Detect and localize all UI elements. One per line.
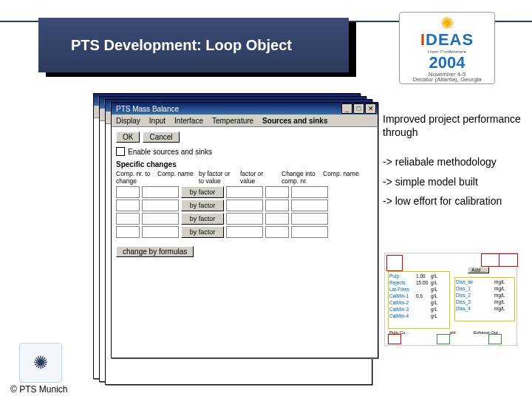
comp-name-2-field[interactable] bbox=[291, 186, 328, 198]
flowsheet-diagram: Add… Pulp1.00g/LRejects15.00g/LLat-Fines… bbox=[384, 253, 517, 346]
column-headers: Comp. nr. to change Comp. name by factor… bbox=[116, 170, 373, 185]
menu-sources-sinks[interactable]: Sources and sinks bbox=[262, 117, 327, 125]
value-field[interactable] bbox=[226, 186, 263, 198]
diagram-outlet-1 bbox=[481, 253, 500, 267]
maximize-icon[interactable]: □ bbox=[353, 103, 364, 114]
factor-dropdown[interactable]: by factor bbox=[181, 226, 224, 238]
close-icon[interactable]: ✕ bbox=[365, 103, 376, 114]
window-menubar: Display Input Interface Temperature Sour… bbox=[112, 115, 378, 127]
field-row: by factor bbox=[116, 226, 373, 238]
ok-button[interactable]: OK bbox=[116, 132, 140, 143]
menu-temperature[interactable]: Temperature bbox=[212, 117, 253, 125]
window-title: PTS Mass Balance bbox=[116, 105, 179, 113]
add-button[interactable]: Add… bbox=[468, 267, 489, 273]
section-heading: Specific changes bbox=[116, 160, 373, 168]
comp-name-field[interactable] bbox=[142, 186, 179, 198]
diagram-inlet-1 bbox=[386, 255, 403, 271]
bullet-3: -> low effort for calibration bbox=[383, 194, 532, 208]
checkbox-label: Enable sources and sinks bbox=[128, 148, 212, 156]
hdr-change-into: Change into comp. nr. bbox=[282, 170, 318, 185]
factor-dropdown[interactable]: by factor bbox=[181, 186, 224, 198]
bullet-2: -> simple model built bbox=[383, 175, 532, 188]
change-into-field[interactable] bbox=[265, 200, 289, 211]
diagram-table-right: Diss_airmg/LDiss_1mg/LDiss_2mg/LDiss_3mg… bbox=[454, 277, 515, 321]
comp-nr-field[interactable] bbox=[116, 186, 140, 198]
field-row: by factor bbox=[116, 200, 373, 211]
logo-brand: IDEAS bbox=[420, 30, 474, 50]
checkbox-icon bbox=[116, 147, 125, 156]
enable-sources-checkbox[interactable]: Enable sources and sinks bbox=[116, 147, 373, 156]
slide-title-banner: PTS Development: Loop Object bbox=[38, 18, 349, 72]
pts-mass-balance-window: PTS Mass Balance _ □ ✕ Display Input Int… bbox=[111, 102, 378, 358]
comp-nr-field[interactable] bbox=[116, 226, 140, 238]
hdr-comp-name: Comp. name bbox=[157, 170, 194, 185]
menu-input[interactable]: Input bbox=[149, 117, 166, 125]
bullet-1: -> reliabale methodology bbox=[383, 155, 532, 168]
field-row: by factor bbox=[116, 186, 373, 198]
logo-year: 2004 bbox=[425, 53, 470, 72]
window-body: OK Cancel Enable sources and sinks Speci… bbox=[112, 127, 378, 358]
side-text: Improved project performance through -> … bbox=[383, 112, 532, 214]
slide-title: PTS Development: Loop Object bbox=[71, 37, 292, 54]
factor-dropdown[interactable]: by factor bbox=[181, 213, 224, 225]
change-into-field[interactable] bbox=[265, 213, 289, 225]
hdr-comp-nr: Comp. nr. to change bbox=[116, 170, 153, 185]
change-into-field[interactable] bbox=[265, 226, 289, 238]
comp-name-field[interactable] bbox=[142, 213, 179, 225]
diagram-port-br bbox=[488, 334, 502, 344]
menu-interface[interactable]: Interface bbox=[174, 117, 203, 125]
comp-nr-field[interactable] bbox=[116, 200, 140, 211]
minimize-icon[interactable]: _ bbox=[341, 103, 352, 114]
lead-text: Improved project performance through bbox=[383, 112, 532, 139]
footer-lightbulb-icon: ✺ bbox=[19, 343, 62, 383]
diagram-port-bl bbox=[388, 334, 401, 344]
comp-name-2-field[interactable] bbox=[291, 213, 328, 225]
change-into-field[interactable] bbox=[265, 186, 289, 198]
factor-dropdown[interactable]: by factor bbox=[181, 200, 224, 211]
comp-name-2-field[interactable] bbox=[291, 200, 328, 211]
value-field[interactable] bbox=[226, 226, 263, 238]
menu-display[interactable]: Display bbox=[116, 117, 140, 125]
comp-name-field[interactable] bbox=[142, 226, 179, 238]
conference-logo: ✺ IDEAS User Conference 2004 November 4-… bbox=[399, 12, 495, 84]
comp-name-field[interactable] bbox=[142, 200, 179, 211]
logo-place: Decatur (Atlanta), Georgia bbox=[412, 76, 481, 83]
value-field[interactable] bbox=[226, 200, 263, 211]
hdr-factor-value-select: by factor or to value bbox=[199, 170, 236, 185]
comp-name-2-field[interactable] bbox=[291, 226, 328, 238]
diagram-port-bm bbox=[437, 334, 450, 344]
cancel-button[interactable]: Cancel bbox=[143, 132, 179, 143]
field-row: by factor bbox=[116, 213, 373, 225]
hdr-comp-name-2: Comp. name bbox=[323, 170, 360, 185]
diagram-label-bm: pH: bbox=[450, 330, 457, 335]
copyright-text: © PTS Munich bbox=[10, 384, 68, 395]
value-field[interactable] bbox=[226, 213, 263, 225]
change-by-formulas-button[interactable]: change by formulas bbox=[116, 246, 194, 257]
comp-nr-field[interactable] bbox=[116, 213, 140, 225]
diagram-table-left: Pulp1.00g/LRejects15.00g/LLat-Finesg/LCa… bbox=[388, 271, 450, 329]
field-grid: by factorby factorby factorby factor bbox=[116, 186, 373, 238]
window-titlebar[interactable]: PTS Mass Balance _ □ ✕ bbox=[112, 103, 378, 115]
hdr-factor-value: factor or value bbox=[240, 170, 277, 185]
diagram-outlet-2 bbox=[499, 253, 518, 267]
